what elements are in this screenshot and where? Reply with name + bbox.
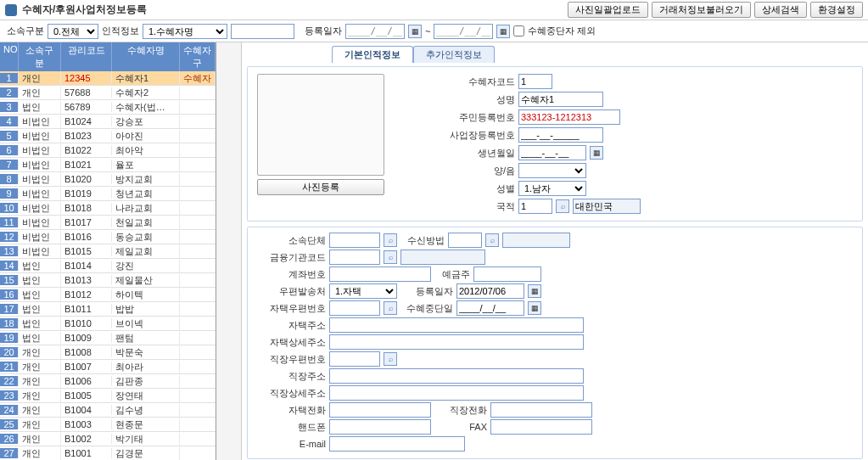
table-row[interactable]: 11비법인B1017천일교회 [0, 216, 216, 230]
load-vendor-info-button[interactable]: 거래처정보불러오기 [652, 2, 751, 18]
col-code: 관리코드 [61, 42, 112, 71]
col-gu: 수혜자구 [180, 42, 216, 71]
table-row[interactable]: 15법인B1013제일물산 [0, 273, 216, 288]
htel-input[interactable] [329, 402, 431, 418]
mail-select[interactable]: 1.자택 [329, 283, 397, 299]
form-top: 사진등록 수혜자코드 성명 주민등록번호 사업장등록번호 생년월일▦ 양/음 성… [247, 66, 863, 222]
holder-label: 예금주 [436, 268, 470, 281]
haddr-label: 자택주소 [255, 319, 326, 332]
nat-code-input[interactable] [518, 199, 552, 214]
grid-body[interactable]: 1개인12345수혜자1수혜자2개인57688수혜자23법인56789수혜자(법… [0, 71, 216, 460]
regdate2-input[interactable] [456, 283, 524, 299]
table-row[interactable]: 17법인B1011밥밥 [0, 302, 216, 317]
mobile-input[interactable] [329, 419, 431, 435]
tilde: ~ [425, 26, 430, 36]
cal-select[interactable] [518, 163, 586, 178]
waddr2-label: 직장상세주소 [255, 387, 326, 400]
email-input[interactable] [329, 436, 465, 452]
biz-input[interactable] [518, 127, 603, 143]
sex-select[interactable]: 1.남자 [518, 181, 586, 196]
table-row[interactable]: 18법인B1010브이넥 [0, 317, 216, 331]
ssn-input[interactable] [518, 109, 620, 125]
recv-input[interactable] [448, 233, 482, 248]
table-row[interactable]: 14법인B1014강진 [0, 259, 216, 273]
tab-extra-info[interactable]: 추가인적정보 [413, 46, 495, 63]
wzip-label: 직장우편번호 [255, 353, 326, 366]
acct-input[interactable] [329, 266, 431, 282]
table-row[interactable]: 5비법인B1023아야진 [0, 129, 216, 143]
wzip-input[interactable] [329, 351, 380, 367]
search-input[interactable] [231, 24, 294, 39]
date-to-input[interactable] [434, 24, 493, 39]
table-row[interactable]: 3법인56789수혜자(법… [0, 100, 216, 115]
table-row[interactable]: 20개인B1008박문숙 [0, 345, 216, 360]
table-row[interactable]: 23개인B1005장연태 [0, 389, 216, 403]
holder-input[interactable] [473, 266, 541, 282]
hzip-label: 자택우편번호 [255, 302, 326, 315]
calendar-icon[interactable]: ▦ [528, 284, 541, 298]
lookup-icon[interactable]: ⌕ [485, 233, 499, 247]
table-row[interactable]: 8비법인B1020방지교회 [0, 172, 216, 187]
lookup-icon[interactable]: ⌕ [384, 352, 397, 366]
table-row[interactable]: 4비법인B1024강승포 [0, 115, 216, 129]
detail-search-button[interactable]: 상세검색 [754, 2, 807, 18]
lookup-icon[interactable]: ⌕ [384, 301, 397, 315]
name-input[interactable] [518, 92, 603, 107]
table-row[interactable]: 6비법인B1022최아악 [0, 143, 216, 158]
lookup-icon[interactable]: ⌕ [556, 199, 569, 213]
injuk-select[interactable]: 1.수혜자명 [143, 24, 227, 39]
sok-select[interactable]: 0.전체 [48, 24, 98, 39]
table-row[interactable]: 22개인B1006김판종 [0, 374, 216, 389]
lookup-icon[interactable]: ⌕ [384, 250, 397, 264]
haddr2-input[interactable] [329, 334, 584, 350]
form-pane: 기본인적정보 추가인적정보 사진등록 수혜자코드 성명 주민등록번호 사업장등록… [242, 42, 868, 460]
app-icon [5, 4, 17, 16]
table-row[interactable]: 21개인B1007최아라 [0, 360, 216, 374]
table-row[interactable]: 10비법인B1018나라교회 [0, 201, 216, 216]
code-label: 수혜자코드 [447, 76, 515, 88]
photo-preview [257, 74, 384, 176]
stopdate-input[interactable] [456, 300, 524, 316]
table-row[interactable]: 9비법인B1019청년교회 [0, 187, 216, 201]
table-row[interactable]: 1개인12345수혜자1수혜자 [0, 71, 216, 86]
calendar-icon[interactable]: ▦ [590, 146, 603, 160]
table-row[interactable]: 7비법인B1021율포 [0, 158, 216, 172]
table-row[interactable]: 16법인B1012하이텍 [0, 288, 216, 302]
table-row[interactable]: 26개인B1002박기태 [0, 432, 216, 446]
table-row[interactable]: 19법인B1009팬텀 [0, 331, 216, 345]
nat-label: 국적 [447, 200, 515, 213]
filter-bar: 소속구분 0.전체 인적정보 1.수혜자명 등록일자 ▦ ~ ▦ 수혜중단자 제… [0, 20, 868, 42]
date-from-input[interactable] [345, 24, 405, 39]
email-label: E-mail [255, 439, 326, 449]
calendar-icon[interactable]: ▦ [496, 25, 510, 38]
photo-bulk-upload-button[interactable]: 사진일괄업로드 [568, 2, 648, 18]
htel-label: 자택전화 [255, 404, 326, 417]
nat-name-display [573, 199, 641, 214]
fax-input[interactable] [490, 419, 592, 435]
haddr-input[interactable] [329, 317, 584, 333]
birth-input[interactable] [518, 145, 586, 160]
birth-label: 생년월일 [447, 147, 515, 160]
splitter[interactable] [216, 42, 242, 460]
table-row[interactable]: 27개인B1001김경문 [0, 446, 216, 460]
calendar-icon[interactable]: ▦ [408, 25, 422, 38]
table-row[interactable]: 12비법인B1016동승교회 [0, 230, 216, 244]
mobile-label: 핸드폰 [255, 421, 326, 434]
hzip-input[interactable] [329, 300, 380, 316]
code-input[interactable] [518, 74, 552, 89]
waddr2-input[interactable] [329, 385, 584, 401]
calendar-icon[interactable]: ▦ [528, 301, 541, 315]
wtel-input[interactable] [490, 402, 592, 418]
lookup-icon[interactable]: ⌕ [384, 233, 397, 247]
table-row[interactable]: 24개인B1004김수녕 [0, 403, 216, 418]
table-row[interactable]: 2개인57688수혜자2 [0, 86, 216, 100]
photo-register-button[interactable]: 사진등록 [257, 179, 384, 195]
org-input[interactable] [329, 233, 380, 248]
waddr-input[interactable] [329, 368, 584, 384]
bank-input[interactable] [329, 250, 380, 265]
tab-basic-info[interactable]: 기본인적정보 [332, 46, 413, 63]
settings-button[interactable]: 환경설정 [810, 2, 863, 18]
exclude-stopped-checkbox[interactable] [513, 25, 524, 36]
table-row[interactable]: 13비법인B1015제일교회 [0, 244, 216, 259]
table-row[interactable]: 25개인B1003현종문 [0, 418, 216, 432]
